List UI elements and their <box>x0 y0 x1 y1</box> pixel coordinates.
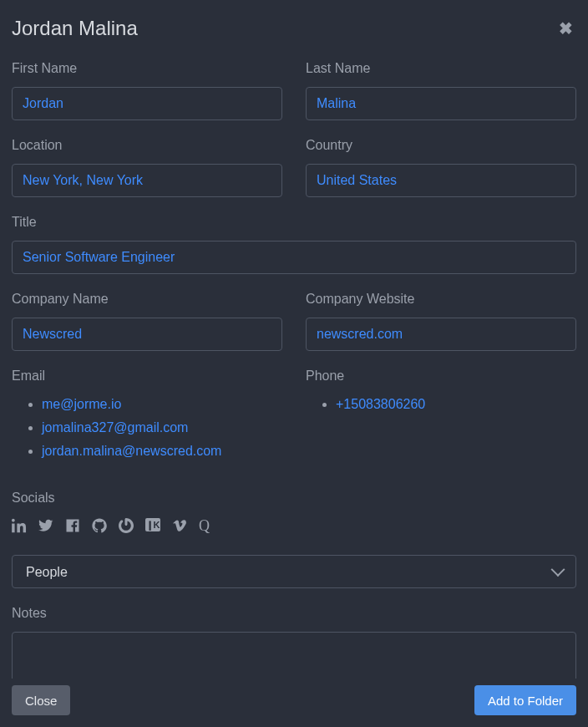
email-label: Email <box>12 366 282 386</box>
quora-icon[interactable]: Q <box>199 518 210 533</box>
first-name-label: First Name <box>12 58 282 79</box>
company-website-field[interactable] <box>306 318 576 351</box>
phone-list: +15083806260 <box>306 394 576 414</box>
modal-title: Jordan Malina <box>12 13 138 43</box>
klout-icon[interactable]: ❙K <box>145 518 160 531</box>
email-link[interactable]: me@jorme.io <box>42 397 121 411</box>
linkedin-icon[interactable] <box>12 518 27 533</box>
phone-link[interactable]: +15083806260 <box>336 397 425 411</box>
gravatar-icon[interactable] <box>119 518 134 533</box>
close-icon[interactable]: ✖ <box>555 20 576 37</box>
list-item: +15083806260 <box>336 394 576 414</box>
notes-field[interactable] <box>12 632 576 679</box>
phone-label: Phone <box>306 366 576 386</box>
title-field[interactable] <box>12 241 576 274</box>
list-item: jomalina327@gmail.com <box>42 418 282 438</box>
social-icons: ❙K Q <box>12 518 576 533</box>
github-icon[interactable] <box>92 518 107 533</box>
email-list: me@jorme.io jomalina327@gmail.com jordan… <box>12 394 282 461</box>
modal-header: Jordan Malina ✖ <box>0 0 588 58</box>
vimeo-icon[interactable] <box>172 518 187 533</box>
company-website-label: Company Website <box>306 289 576 309</box>
socials-label: Socials <box>12 488 576 508</box>
modal-footer: Close Add to Folder <box>0 679 588 727</box>
folder-select-wrap: People <box>12 555 576 588</box>
close-button[interactable]: Close <box>12 685 70 715</box>
twitter-icon[interactable] <box>38 518 53 533</box>
contact-modal: Jordan Malina ✖ First Name Last Name Loc… <box>0 0 588 727</box>
last-name-field[interactable] <box>306 87 576 120</box>
first-name-field[interactable] <box>12 87 282 120</box>
country-label: Country <box>306 135 576 155</box>
notes-label: Notes <box>12 603 576 623</box>
facebook-icon[interactable] <box>65 518 80 533</box>
country-field[interactable] <box>306 164 576 197</box>
location-label: Location <box>12 135 282 155</box>
modal-body: First Name Last Name Location Country Ti… <box>0 58 588 679</box>
list-item: me@jorme.io <box>42 394 282 414</box>
title-label: Title <box>12 212 576 232</box>
last-name-label: Last Name <box>306 58 576 79</box>
email-link[interactable]: jomalina327@gmail.com <box>42 420 188 435</box>
company-name-field[interactable] <box>12 318 282 351</box>
add-to-folder-button[interactable]: Add to Folder <box>474 685 576 715</box>
email-link[interactable]: jordan.malina@newscred.com <box>42 444 221 458</box>
company-name-label: Company Name <box>12 289 282 309</box>
location-field[interactable] <box>12 164 282 197</box>
list-item: jordan.malina@newscred.com <box>42 441 282 461</box>
folder-select[interactable]: People <box>12 555 576 588</box>
